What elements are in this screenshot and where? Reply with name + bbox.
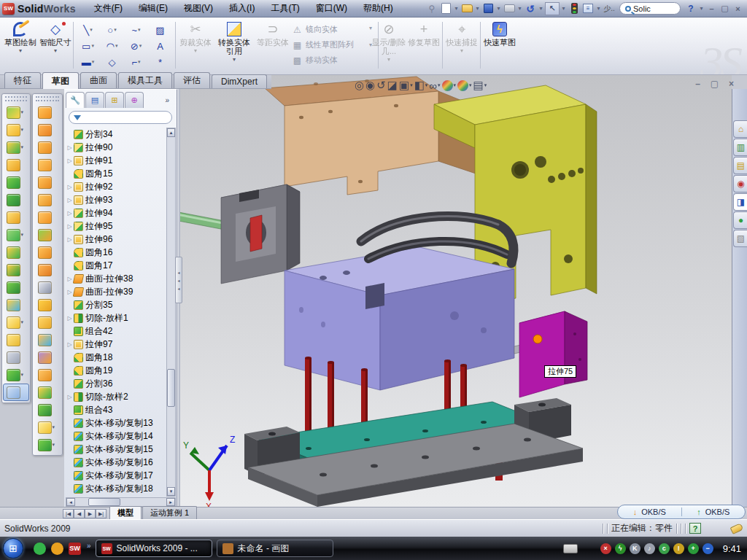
scrollbar-thumb[interactable]: [167, 369, 175, 407]
hole-wizard-button[interactable]: [3, 209, 29, 226]
media-icon[interactable]: [51, 542, 63, 555]
tree-item[interactable]: 分割36: [66, 377, 166, 390]
revolved-surface-button[interactable]: [34, 121, 61, 139]
doc-tab-model[interactable]: 模型: [109, 506, 142, 519]
view-settings-button[interactable]: ▤▾: [473, 79, 487, 92]
minimize-button[interactable]: –: [705, 3, 718, 14]
print-button[interactable]: [503, 2, 516, 15]
start-button[interactable]: ⊞: [3, 538, 23, 559]
dropdown-arrow-icon[interactable]: ▾: [91, 43, 94, 49]
doc-tab-motion-study[interactable]: 运动算例 1: [142, 506, 197, 519]
status-help-icon[interactable]: ?: [689, 523, 701, 534]
polygon-tool-button[interactable]: ◇: [100, 54, 124, 70]
dropdown-arrow-icon[interactable]: ▾: [92, 59, 95, 65]
split-button[interactable]: [3, 244, 29, 261]
search-box[interactable]: [619, 2, 681, 15]
menu-edit[interactable]: 编辑(E): [131, 0, 176, 17]
expand-arrow-icon[interactable]: ▷: [66, 144, 74, 151]
sketch-fillet-button[interactable]: ⌐▾: [124, 54, 148, 70]
select-button[interactable]: ↖: [545, 2, 560, 15]
tree-item[interactable]: 实体-移动/复制14: [66, 429, 166, 443]
connection-icon[interactable]: c: [659, 543, 670, 554]
dropdown-arrow-icon[interactable]: ▾: [469, 82, 472, 88]
security-alert-icon[interactable]: ×: [600, 543, 611, 554]
arc-tool-button[interactable]: ◠▾: [100, 38, 124, 54]
display-style-button[interactable]: ◧▾: [414, 79, 428, 92]
tree-item[interactable]: 组合43: [66, 403, 166, 416]
zoom-to-area-button[interactable]: ◉: [365, 79, 375, 92]
tree-item[interactable]: ▷拉伸96: [66, 233, 166, 246]
dropdown-arrow-icon[interactable]: ▾: [138, 27, 141, 33]
tab-nav-3[interactable]: ▶|: [96, 509, 107, 518]
reference-geometry-button[interactable]: ▾: [34, 419, 61, 436]
key-manager-icon[interactable]: K: [630, 543, 640, 554]
new-document-button[interactable]: [439, 2, 452, 15]
3d-viewport[interactable]: Y Z X: [177, 75, 732, 507]
tab-曲面[interactable]: 曲面: [80, 72, 117, 88]
expand-arrow-icon[interactable]: ▷: [66, 341, 74, 348]
lofted-surface-button[interactable]: [34, 156, 61, 174]
spline-tool-button[interactable]: ~▾: [124, 22, 148, 38]
tree-item[interactable]: 组合42: [66, 324, 166, 338]
doc-close-button[interactable]: ×: [725, 78, 738, 89]
previous-view-button[interactable]: ↺: [376, 79, 386, 92]
expand-arrow-icon[interactable]: ▷: [66, 236, 74, 243]
spline-curve-button[interactable]: ▾: [3, 366, 29, 384]
shape-button[interactable]: [34, 401, 61, 419]
tree-item[interactable]: ▷拉伸90: [66, 141, 166, 154]
sync-blocked-icon[interactable]: −: [703, 543, 713, 554]
tree-item[interactable]: 分割35: [66, 298, 166, 311]
tab-nav-2[interactable]: ▶: [85, 509, 96, 518]
quick-snaps-button[interactable]: ⌖ 快速捕捉▾: [445, 20, 479, 54]
search-input[interactable]: [633, 4, 670, 13]
extruded-surface-button[interactable]: [34, 104, 61, 121]
dome-button[interactable]: [34, 384, 61, 401]
propertymanager-tab[interactable]: ▤: [85, 92, 104, 108]
doc-minimize-button[interactable]: –: [692, 78, 704, 89]
rectangle-tool-button[interactable]: ▭▾: [76, 38, 100, 54]
feature-manager-chevron[interactable]: »: [165, 96, 175, 104]
tree-item[interactable]: 实体-移动/复制13: [66, 416, 166, 429]
untrim-surface-button[interactable]: [34, 314, 61, 331]
messenger-icon[interactable]: [34, 542, 46, 555]
sketch-button[interactable]: 草图绘制▾: [3, 20, 38, 54]
rib-button[interactable]: [3, 191, 29, 209]
tag-icon[interactable]: [730, 523, 744, 534]
fillet-surface-button[interactable]: [34, 261, 61, 279]
dropdown-arrow-icon[interactable]: ▾: [115, 43, 118, 49]
menu-file[interactable]: 文件(F): [86, 0, 131, 17]
view-orientation-button[interactable]: ▣▾: [399, 79, 413, 92]
boundary-surface-button[interactable]: [34, 174, 61, 191]
planar-surface-button[interactable]: [34, 209, 61, 226]
offset-surface-button[interactable]: [34, 226, 61, 244]
taskbar-button-paint[interactable]: 未命名 - 画图: [217, 540, 333, 557]
expand-arrow-icon[interactable]: ▷: [66, 394, 74, 400]
tree-item[interactable]: ▷拉伸92: [66, 180, 166, 193]
extend-surface-button[interactable]: [34, 331, 61, 349]
configurationmanager-tab[interactable]: ⊞: [105, 92, 124, 108]
filled-surface-button[interactable]: [34, 191, 61, 209]
linear-pattern-button[interactable]: ▾: [3, 226, 29, 244]
combine-button[interactable]: [3, 279, 29, 296]
scrollbar-thumb[interactable]: [88, 498, 120, 506]
offset-entities-button[interactable]: ⊃ 等距实体: [257, 20, 289, 47]
section-view-button[interactable]: ◪: [387, 79, 398, 92]
expand-arrow-icon[interactable]: ▷: [66, 315, 74, 322]
tab-nav-1[interactable]: ◀: [74, 509, 85, 518]
tab-特征[interactable]: 特征: [4, 72, 41, 88]
split-body-button[interactable]: [3, 261, 29, 279]
text-tool-button[interactable]: A: [148, 38, 172, 54]
solidworks-quicklaunch-icon[interactable]: SW: [69, 542, 81, 555]
tree-vertical-scrollbar[interactable]: ▴ ▾: [166, 128, 176, 497]
expand-arrow-icon[interactable]: ▷: [66, 197, 74, 203]
tree-item[interactable]: ▷拉伸93: [66, 193, 166, 206]
dropdown-arrow-icon[interactable]: ▾: [138, 59, 141, 65]
network-monitor-widget[interactable]: ↓OKB/S ↑OKB/S: [617, 505, 746, 519]
freeform-button[interactable]: [34, 349, 61, 366]
tree-item[interactable]: 圆角19: [66, 364, 166, 377]
expand-arrow-icon[interactable]: ▷: [66, 210, 74, 217]
sketch-picture-button[interactable]: ▨: [148, 22, 172, 38]
tree-item[interactable]: ▷拉伸91: [66, 154, 166, 167]
swept-boss-button[interactable]: [3, 156, 29, 174]
slot-tool-button[interactable]: ▬▾: [76, 54, 100, 70]
